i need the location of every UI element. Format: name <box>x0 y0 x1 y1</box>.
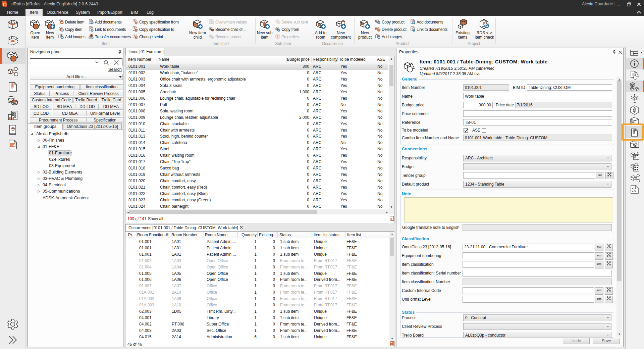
svg-text:P: P <box>89 37 91 39</box>
